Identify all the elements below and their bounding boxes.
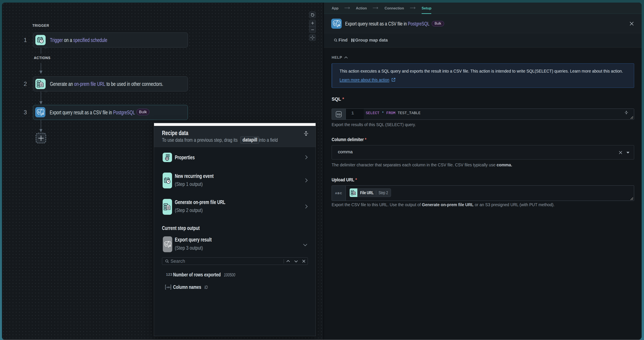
svg-text:SQL: SQL [337, 113, 341, 115]
svg-text:ABC: ABC [166, 286, 171, 288]
